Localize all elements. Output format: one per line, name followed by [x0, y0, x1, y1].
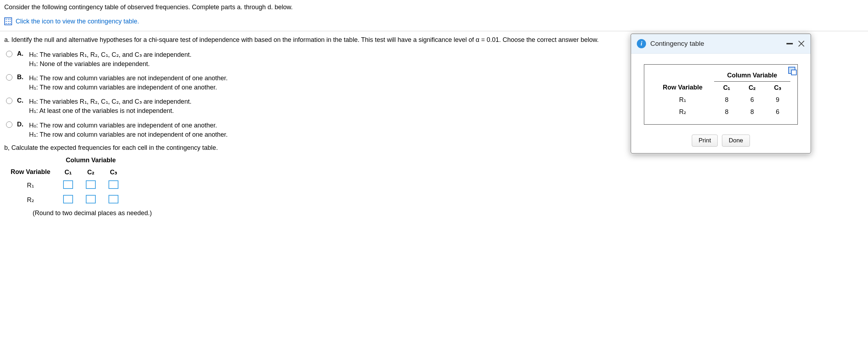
exp-R1-C3[interactable] — [108, 180, 118, 189]
table-row: R₂ 8 8 6 — [651, 106, 790, 118]
choice-body: H₀: The row and column variables are not… — [29, 73, 281, 92]
exp-R1-C1[interactable] — [63, 180, 73, 189]
radio-D[interactable] — [6, 121, 12, 128]
exp-R2-C3[interactable] — [108, 195, 118, 203]
cell: 8 — [714, 106, 740, 118]
minimize-icon[interactable] — [786, 43, 793, 44]
radio-B[interactable] — [6, 74, 12, 81]
exp-R1-C2[interactable] — [86, 180, 96, 189]
row-label: R₁ — [651, 94, 714, 106]
choice-body: H₀: The variables R₁, R₂, C₁, C₂, and C₃… — [29, 50, 281, 69]
view-table-link[interactable]: Click the icon to view the contingency t… — [16, 18, 139, 25]
copy-icon[interactable] — [788, 67, 795, 74]
choice-label: C. — [17, 97, 26, 104]
cell: 9 — [765, 94, 790, 106]
popup-header: i Contingency table — [631, 34, 811, 54]
table-row: R₁ 8 6 9 — [651, 94, 790, 106]
col-C2: C₂ — [79, 166, 102, 178]
choice-A: A. H₀: The variables R₁, R₂, C₁, C₂, and… — [4, 50, 281, 69]
intro-text: Consider the following contingency table… — [0, 0, 868, 15]
row-var-header: Row Variable — [4, 166, 57, 178]
info-icon: i — [637, 39, 646, 48]
choice-label: D. — [17, 121, 26, 128]
col-var-header: Column Variable — [714, 70, 790, 82]
rounding-note: (Round to two decimal places as needed.) — [4, 209, 864, 217]
choice-D: D. H₀: The row and column variables are … — [4, 121, 281, 139]
contingency-popup: i Contingency table Column Variable Row … — [630, 33, 811, 154]
popup-title: Contingency table — [650, 40, 782, 48]
table-row: R₁ — [4, 178, 125, 193]
choice-label: B. — [17, 73, 26, 81]
col-C2: C₂ — [739, 82, 765, 94]
cell: 6 — [739, 94, 765, 106]
radio-C[interactable] — [6, 98, 12, 104]
choice-C: C. H₀: The variables R₁, R₂, C₁, C₂, and… — [4, 97, 281, 115]
row-label: R₂ — [651, 106, 714, 118]
choice-B: B. H₀: The row and column variables are … — [4, 73, 281, 92]
exp-R2-C2[interactable] — [86, 195, 96, 203]
col-var-header: Column Variable — [57, 154, 125, 166]
cell: 8 — [739, 106, 765, 118]
choice-label: A. — [17, 50, 26, 58]
choice-body: H₀: The variables R₁, R₂, C₁, C₂, and C₃… — [29, 97, 281, 115]
radio-A[interactable] — [6, 51, 12, 57]
table-icon[interactable] — [4, 17, 12, 25]
contingency-table: Column Variable Row Variable C₁ C₂ C₃ R₁… — [651, 70, 790, 118]
exp-R2-C1[interactable] — [63, 195, 73, 203]
col-C1: C₁ — [714, 82, 740, 94]
row-var-header: Row Variable — [651, 82, 714, 94]
done-button[interactable]: Done — [722, 135, 750, 147]
col-C1: C₁ — [57, 166, 79, 178]
contingency-table-box: Column Variable Row Variable C₁ C₂ C₃ R₁… — [644, 64, 798, 125]
cell: 8 — [714, 94, 740, 106]
popup-footer: Print Done — [631, 130, 811, 153]
row-R1: R₁ — [4, 178, 57, 193]
view-table-row: Click the icon to view the contingency t… — [0, 15, 868, 31]
row-R2: R₂ — [4, 193, 57, 207]
choice-body: H₀: The row and column variables are ind… — [29, 121, 281, 139]
expected-freq-table: Column Variable Row Variable C₁ C₂ C₃ R₁… — [4, 154, 125, 207]
table-row: R₂ — [4, 193, 125, 207]
col-C3: C₃ — [765, 82, 790, 94]
cell: 6 — [765, 106, 790, 118]
close-icon[interactable] — [798, 40, 805, 47]
print-button[interactable]: Print — [692, 135, 718, 147]
col-C3: C₃ — [102, 166, 125, 178]
